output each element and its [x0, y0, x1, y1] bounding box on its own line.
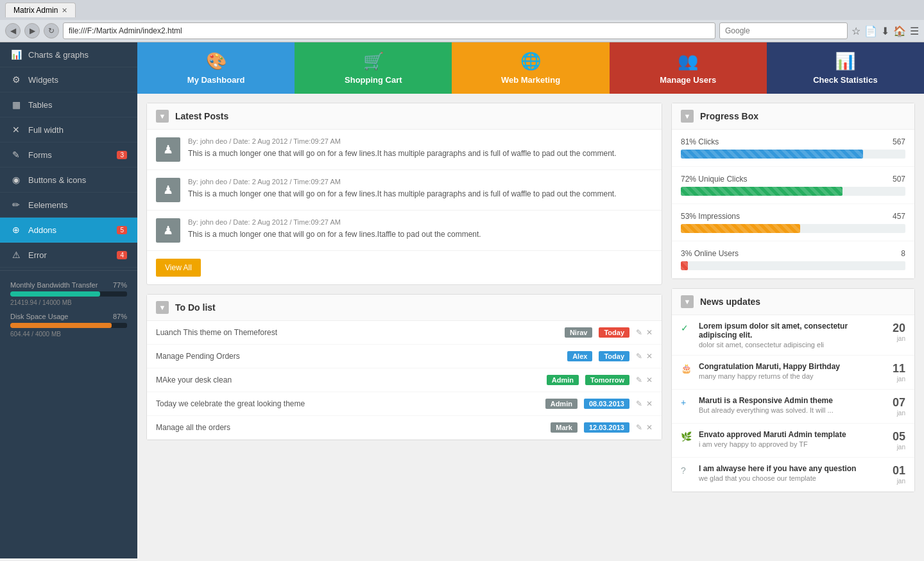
progress-text-0: 81% Clicks — [681, 137, 719, 146]
top-nav-tab-cart[interactable]: 🛒 Shopping Cart — [295, 42, 452, 94]
sidebar-item-forms[interactable]: ✎ Forms 3 — [0, 142, 137, 168]
todo-delete-1[interactable]: ✕ — [646, 352, 653, 361]
tab-close-icon[interactable]: ✕ — [62, 6, 67, 15]
refresh-button[interactable]: ↻ — [44, 23, 59, 39]
todo-tag-2[interactable]: Tomorrow — [585, 375, 629, 385]
news-list: ✓ Lorem ipsum dolor sit amet, consectetu… — [672, 315, 914, 492]
news-item-4: ? I am alwayse here if you have any ques… — [672, 458, 914, 492]
news-content-1: Congratulation Maruti, Happy Birthday ma… — [699, 362, 880, 380]
error-icon: ⚠ — [10, 250, 22, 260]
progress-box-header: ▼ Progress Box — [672, 103, 914, 130]
sidebar-item-label: Tables — [28, 100, 53, 110]
top-nav-tab-users[interactable]: 👥 Manage Users — [610, 42, 767, 94]
post-meta-0: By: john deo / Date: 2 Aug 2012 / Time:0… — [188, 137, 653, 145]
charts-icon: 📊 — [10, 49, 22, 60]
progress-value-2: 457 — [893, 212, 905, 221]
left-column: ▼ Latest Posts ♟ By: john deo / Date: 2 … — [146, 103, 662, 549]
sidebar-item-label: Eelements — [28, 200, 67, 210]
progress-label-1: 72% Uniquie Clicks 507 — [681, 175, 905, 184]
news-content-4: I am alwayse here if you have any questi… — [699, 464, 880, 482]
diskspace-progress-track — [10, 323, 127, 328]
progress-value-1: 507 — [893, 175, 905, 184]
todo-delete-4[interactable]: ✕ — [646, 423, 653, 432]
app-wrapper: 📊 Charts & graphs ⚙ Widgets ▦ Tables ✕ F… — [0, 42, 924, 558]
post-text-2: This is a much longer one that will go o… — [188, 229, 653, 240]
sidebar-item-error[interactable]: ⚠ Error 4 — [0, 243, 137, 268]
todo-edit-1[interactable]: ✎ — [636, 352, 642, 361]
progress-label-3: 3% Online Users 8 — [681, 249, 905, 258]
news-day-0: 20 — [886, 322, 905, 335]
todo-toggle[interactable]: ▼ — [156, 301, 169, 314]
sidebar-badge-error: 4 — [117, 251, 127, 259]
post-avatar-1: ♟ — [156, 178, 180, 202]
news-toggle[interactable]: ▼ — [681, 295, 694, 308]
download-icon[interactable]: ⬇ — [881, 25, 889, 37]
progress-value-3: 8 — [901, 249, 905, 258]
menu-icon[interactable]: ☰ — [910, 25, 919, 37]
search-bar[interactable] — [719, 22, 848, 39]
todo-tag-4[interactable]: 12.03.2013 — [584, 422, 629, 433]
todo-title: To Do list — [175, 302, 216, 313]
news-header: ▼ News updates — [672, 289, 914, 315]
sidebar-item-buttons[interactable]: ◉ Buttons & icons — [0, 168, 137, 193]
todo-edit-2[interactable]: ✎ — [636, 375, 642, 384]
todo-assignee-3[interactable]: Admin — [545, 399, 578, 409]
sidebar-item-addons[interactable]: ⊕ Addons 5 — [0, 218, 137, 243]
news-date-3: 05 jan — [886, 430, 905, 451]
post-text-0: This is a much longer one that will go o… — [188, 148, 653, 159]
top-nav-tab-marketing[interactable]: 🌐 Web Marketing — [452, 42, 609, 94]
widgets-icon: ⚙ — [10, 74, 22, 85]
todo-tag-1[interactable]: Today — [599, 351, 629, 361]
todo-tag-3[interactable]: 08.03.2013 — [584, 399, 629, 409]
diskspace-value: 604.44 / 4000 MB — [10, 331, 127, 338]
tables-icon: ▦ — [10, 99, 22, 110]
top-nav-tab-dashboard[interactable]: 🎨 My Dashboard — [137, 42, 295, 94]
todo-delete-0[interactable]: ✕ — [646, 328, 653, 337]
sidebar-item-elements[interactable]: ✏ Eelements — [0, 193, 137, 218]
todo-assignee-1[interactable]: Alex — [567, 351, 592, 361]
todo-edit-4[interactable]: ✎ — [636, 423, 642, 432]
top-nav-tab-stats[interactable]: 📊 Check Statistics — [767, 42, 924, 94]
todo-delete-3[interactable]: ✕ — [646, 399, 653, 408]
browser-tab[interactable]: Matrix Admin ✕ — [5, 3, 76, 17]
bandwidth-value: 21419.94 / 14000 MB — [10, 299, 127, 306]
news-title-4: I am alwayse here if you have any questi… — [699, 464, 880, 473]
todo-header: ▼ To Do list — [147, 295, 662, 321]
progress-box-toggle[interactable]: ▼ — [681, 110, 694, 123]
todo-tag-0[interactable]: Today — [599, 327, 629, 338]
sidebar-item-charts[interactable]: 📊 Charts & graphs — [0, 42, 137, 67]
todo-card: ▼ To Do list Luanch This theme on Themef… — [146, 294, 662, 440]
progress-item-0: 81% Clicks 567 — [672, 130, 914, 167]
reader-icon[interactable]: 📄 — [864, 25, 877, 37]
todo-edit-0[interactable]: ✎ — [636, 328, 642, 337]
todo-delete-2[interactable]: ✕ — [646, 375, 653, 384]
back-button[interactable]: ◀ — [5, 23, 21, 39]
news-subtitle-4: we glad that you choose our template — [699, 474, 880, 482]
post-avatar-0: ♟ — [156, 137, 180, 162]
progress-box-title: Progress Box — [700, 111, 758, 121]
sidebar-item-fullwidth[interactable]: ✕ Full width — [0, 117, 137, 142]
todo-assignee-4[interactable]: Mark — [551, 422, 578, 433]
sidebar-item-tables[interactable]: ▦ Tables — [0, 92, 137, 117]
home-icon[interactable]: 🏠 — [893, 25, 906, 37]
post-item-0: ♟ By: john deo / Date: 2 Aug 2012 / Time… — [147, 130, 662, 170]
latest-posts-toggle[interactable]: ▼ — [156, 110, 169, 123]
forward-button[interactable]: ▶ — [24, 23, 40, 39]
url-bar[interactable] — [63, 22, 715, 39]
todo-actions-1: ✎ ✕ — [636, 352, 653, 361]
sidebar-item-label: Addons — [28, 225, 56, 235]
sidebar-item-label: Forms — [28, 150, 52, 160]
news-month-4: jan — [886, 478, 905, 485]
view-all-button[interactable]: View All — [156, 259, 201, 277]
right-column: ▼ Progress Box 81% Clicks 567 72% Uniqui… — [671, 103, 915, 549]
dashboard-tab-icon: 🎨 — [206, 51, 227, 71]
marketing-tab-icon: 🌐 — [520, 51, 541, 71]
bookmark-star-icon[interactable]: ☆ — [851, 25, 860, 37]
todo-assignee-2[interactable]: Admin — [547, 375, 579, 385]
todo-item-0: Luanch This theme on Themeforest Nirav T… — [147, 321, 662, 345]
todo-assignee-0[interactable]: Nirav — [565, 327, 593, 338]
sidebar-badge-addons: 5 — [117, 226, 127, 234]
sidebar-item-widgets[interactable]: ⚙ Widgets — [0, 67, 137, 92]
browser-icons: ☆ 📄 ⬇ 🏠 ☰ — [851, 25, 919, 37]
todo-edit-3[interactable]: ✎ — [636, 399, 642, 408]
